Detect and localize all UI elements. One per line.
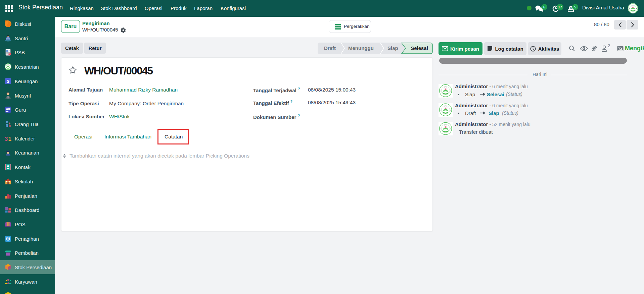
svg-text:3: 3 <box>5 136 8 142</box>
svg-text:1: 1 <box>8 136 11 142</box>
svg-text:Selesai: Selesai <box>411 45 428 51</box>
svg-text:$: $ <box>570 6 571 10</box>
svg-text:$: $ <box>7 79 9 84</box>
svg-text:$: $ <box>7 237 9 241</box>
